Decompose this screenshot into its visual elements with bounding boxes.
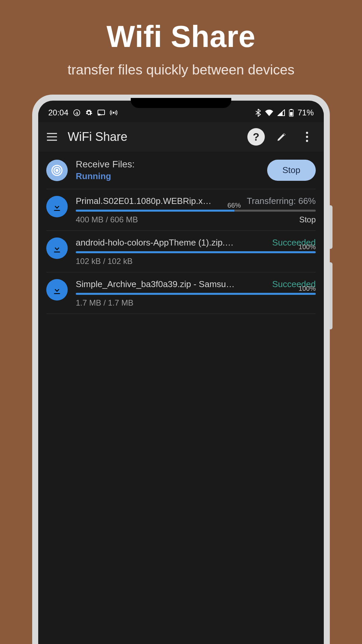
help-button[interactable]: ?	[247, 128, 265, 146]
download-icon	[46, 196, 68, 217]
transfer-size: 400 MB / 606 MB	[76, 215, 138, 224]
transfer-row: Primal.S02E01.1080p.WEBRip.x… Transferri…	[46, 189, 316, 231]
pencil-icon	[276, 131, 287, 142]
transfer-row: Simple_Archive_ba3f0a39.zip - Samsu… Suc…	[46, 272, 316, 314]
svg-point-0	[74, 110, 80, 116]
transfer-stop-link[interactable]: Stop	[299, 215, 316, 224]
receive-header: Receive Files: Running Stop	[46, 159, 316, 189]
progress-bar	[76, 210, 316, 212]
progress-bar	[76, 293, 316, 295]
progress-bar	[76, 251, 316, 253]
signal-icon	[278, 109, 285, 116]
help-icon: ?	[253, 131, 259, 143]
screen: 20:04	[38, 101, 324, 644]
transfer-row: android-holo-colors-AppTheme (1).zip.… S…	[46, 231, 316, 272]
svg-point-9	[56, 169, 58, 171]
transfer-filename: android-holo-colors-AppTheme (1).zip.…	[76, 237, 269, 248]
transfer-size: 1.7 MB / 1.7 MB	[76, 298, 133, 308]
svg-point-8	[306, 140, 308, 142]
device-side-button	[330, 205, 333, 249]
content-area: Receive Files: Running Stop Primal.S02E0…	[38, 152, 324, 644]
device-notch	[131, 98, 231, 108]
app-title: WiFi Share	[68, 130, 239, 144]
status-time: 20:04	[48, 108, 68, 117]
svg-point-6	[306, 132, 308, 134]
app-bar: WiFi Share ?	[38, 122, 324, 152]
download-icon	[46, 237, 68, 259]
transfer-size: 102 kB / 102 kB	[76, 257, 132, 266]
promo-subtitle: transfer files quickly between devices	[0, 62, 362, 78]
svg-point-7	[306, 136, 308, 138]
svg-point-2	[113, 112, 114, 113]
download-icon	[46, 279, 68, 301]
progress-percent-label: 100%	[299, 243, 316, 251]
bluetooth-icon	[255, 109, 261, 117]
svg-rect-5	[290, 112, 293, 116]
gear-icon	[85, 109, 93, 116]
more-vert-icon	[306, 131, 308, 142]
hamburger-icon[interactable]	[46, 132, 58, 141]
overflow-menu-button[interactable]	[298, 128, 316, 146]
whatsapp-icon	[73, 109, 80, 116]
stop-receive-button[interactable]: Stop	[267, 160, 316, 181]
transfer-state: Transferring: 66%	[247, 196, 316, 206]
progress-percent-label: 100%	[299, 285, 316, 292]
svg-rect-4	[290, 109, 292, 110]
receive-label: Receive Files:	[76, 159, 259, 170]
hotspot-icon	[110, 109, 117, 116]
battery-icon	[289, 109, 294, 117]
cast-icon	[97, 109, 105, 116]
progress-percent-label: 66%	[228, 202, 241, 209]
receive-status: Running	[76, 171, 259, 181]
status-battery-percent: 71%	[298, 108, 314, 117]
promo-title: Wifi Share	[0, 0, 362, 54]
device-frame: 20:04	[32, 95, 330, 644]
edit-button[interactable]	[273, 128, 290, 146]
wifi-icon	[265, 109, 274, 116]
transfer-filename: Simple_Archive_ba3f0a39.zip - Samsu…	[76, 279, 269, 289]
hotspot-receive-icon	[46, 160, 68, 181]
transfer-filename: Primal.S02E01.1080p.WEBRip.x…	[76, 196, 243, 206]
device-side-button	[330, 262, 333, 329]
